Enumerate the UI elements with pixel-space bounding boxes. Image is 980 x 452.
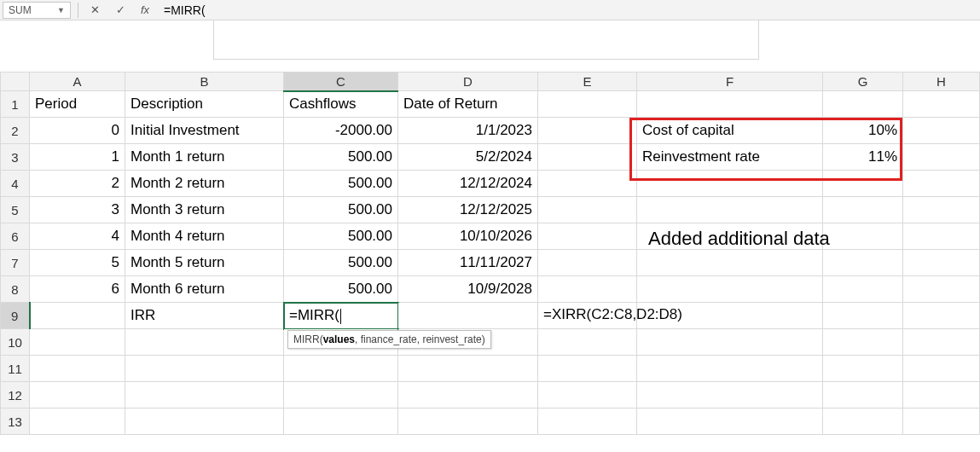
accept-icon[interactable]: ✓ [111, 2, 130, 19]
row-header[interactable]: 1 [1, 91, 30, 118]
row-header[interactable]: 10 [1, 329, 30, 356]
cell-a9[interactable] [30, 303, 125, 329]
cell-e1[interactable] [538, 91, 637, 118]
cell[interactable] [125, 356, 284, 382]
cell[interactable] [538, 409, 637, 435]
cell-f7[interactable] [637, 250, 823, 276]
cell-c3[interactable]: 500.00 [284, 144, 398, 171]
cell[interactable] [398, 382, 538, 409]
cell-h4[interactable] [903, 171, 980, 197]
cell[interactable] [284, 356, 398, 382]
cell-d4[interactable]: 12/12/2024 [398, 171, 538, 197]
cell-g4[interactable] [823, 171, 903, 197]
cell-d1[interactable]: Date of Return [398, 91, 538, 118]
cell-g6[interactable] [823, 223, 903, 250]
cell-f8[interactable] [637, 276, 823, 303]
cell[interactable] [125, 329, 284, 356]
cell-c8[interactable]: 500.00 [284, 276, 398, 303]
chevron-down-icon[interactable]: ▼ [57, 6, 65, 14]
cell-h6[interactable] [903, 223, 980, 250]
cell[interactable] [637, 329, 823, 356]
cell-b7[interactable]: Month 5 return [125, 250, 284, 276]
cell-c9-editing[interactable]: =MIRR( MIRR(values, finance_rate, reinve… [284, 303, 398, 329]
cell-e4[interactable] [538, 171, 637, 197]
cell[interactable] [125, 382, 284, 409]
cell-b4[interactable]: Month 2 return [125, 171, 284, 197]
cell-f5[interactable] [637, 197, 823, 223]
cell[interactable] [823, 409, 903, 435]
cell[interactable] [637, 382, 823, 409]
cell[interactable] [284, 409, 398, 435]
cell-d2[interactable]: 1/1/2023 [398, 118, 538, 144]
cell[interactable] [903, 329, 980, 356]
col-header-f[interactable]: F [637, 72, 823, 91]
cell-a4[interactable]: 2 [30, 171, 125, 197]
cell-b1[interactable]: Description [125, 91, 284, 118]
function-tooltip[interactable]: MIRR(values, finance_rate, reinvest_rate… [287, 330, 491, 349]
cancel-icon[interactable]: ✕ [85, 2, 104, 19]
cell-h8[interactable] [903, 276, 980, 303]
row-header[interactable]: 4 [1, 171, 30, 197]
cell-a5[interactable]: 3 [30, 197, 125, 223]
cell[interactable] [823, 382, 903, 409]
cell-g2[interactable]: 10% [823, 118, 903, 144]
cell-c4[interactable]: 500.00 [284, 171, 398, 197]
cell-b2[interactable]: Initial Investment [125, 118, 284, 144]
col-header-b[interactable]: B [125, 72, 284, 91]
row-header[interactable]: 7 [1, 250, 30, 276]
name-box[interactable]: SUM ▼ [3, 2, 71, 19]
col-header-d[interactable]: D [398, 72, 538, 91]
cell[interactable] [903, 382, 980, 409]
cell-c5[interactable]: 500.00 [284, 197, 398, 223]
cell[interactable] [125, 409, 284, 435]
cell[interactable] [903, 356, 980, 382]
cell[interactable] [823, 356, 903, 382]
cell[interactable] [398, 356, 538, 382]
cell-d8[interactable]: 10/9/2028 [398, 276, 538, 303]
cell[interactable] [823, 329, 903, 356]
cell-a2[interactable]: 0 [30, 118, 125, 144]
cell-f2[interactable]: Cost of capital [637, 118, 823, 144]
cell-e8[interactable] [538, 276, 637, 303]
cell-d5[interactable]: 12/12/2025 [398, 197, 538, 223]
cell-d3[interactable]: 5/2/2024 [398, 144, 538, 171]
row-header[interactable]: 12 [1, 382, 30, 409]
cell-h5[interactable] [903, 197, 980, 223]
cell-h7[interactable] [903, 250, 980, 276]
cell-d9[interactable] [398, 303, 538, 329]
cell[interactable] [538, 329, 637, 356]
cell-h3[interactable] [903, 144, 980, 171]
row-header[interactable]: 11 [1, 356, 30, 382]
cell-b5[interactable]: Month 3 return [125, 197, 284, 223]
cell-a7[interactable]: 5 [30, 250, 125, 276]
cell-e2[interactable] [538, 118, 637, 144]
cell-a8[interactable]: 6 [30, 276, 125, 303]
formula-input[interactable]: =MIRR( [160, 3, 206, 17]
row-header[interactable]: 6 [1, 223, 30, 250]
cell-g1[interactable] [823, 91, 903, 118]
cell-e9[interactable]: =XIRR(C2:C8,D2:D8) [538, 303, 637, 329]
cell[interactable] [538, 382, 637, 409]
cell[interactable] [637, 356, 823, 382]
row-header[interactable]: 2 [1, 118, 30, 144]
select-all-corner[interactable] [1, 72, 30, 91]
cell[interactable] [284, 382, 398, 409]
cell-f1[interactable] [637, 91, 823, 118]
cell-e7[interactable] [538, 250, 637, 276]
col-header-g[interactable]: G [823, 72, 903, 91]
cell-h1[interactable] [903, 91, 980, 118]
cell-f3[interactable]: Reinvestment rate [637, 144, 823, 171]
cell-b8[interactable]: Month 6 return [125, 276, 284, 303]
formula-bar-expanded[interactable] [213, 20, 759, 60]
cell-c7[interactable]: 500.00 [284, 250, 398, 276]
cell-a1[interactable]: Period [30, 91, 125, 118]
cell-d7[interactable]: 11/11/2027 [398, 250, 538, 276]
cell-h9[interactable] [903, 303, 980, 329]
col-header-e[interactable]: E [538, 72, 637, 91]
cell[interactable] [30, 329, 125, 356]
cell-c2[interactable]: -2000.00 [284, 118, 398, 144]
cell-b6[interactable]: Month 4 return [125, 223, 284, 250]
cell-g7[interactable] [823, 250, 903, 276]
cell-h2[interactable] [903, 118, 980, 144]
col-header-h[interactable]: H [903, 72, 980, 91]
